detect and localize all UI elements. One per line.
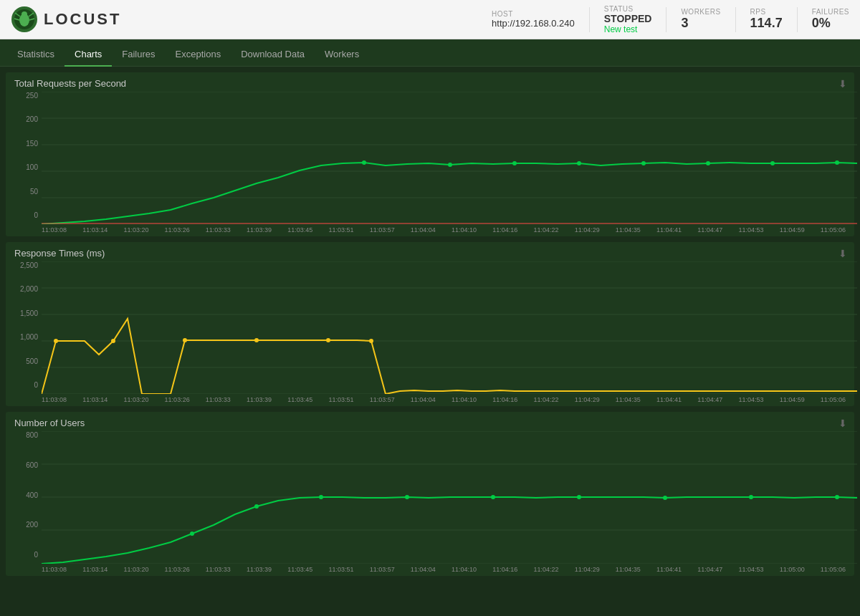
users-chart-plot bbox=[42, 431, 846, 564]
divider-2 bbox=[666, 7, 666, 32]
users-chart-panel: Number of Users ⬇ 800 600 400 200 0 bbox=[6, 412, 854, 576]
host-stat: HOST http://192.168.0.240 bbox=[492, 10, 575, 29]
tab-download-data[interactable]: Download Data bbox=[231, 43, 315, 67]
rps-value: 114.7 bbox=[750, 16, 783, 31]
users-chart-area: 800 600 400 200 0 bbox=[14, 431, 846, 573]
response-chart-panel: Response Times (ms) ⬇ 2,500 2,000 1,500 … bbox=[6, 242, 854, 406]
svg-point-30 bbox=[183, 338, 187, 342]
users-svg bbox=[42, 431, 857, 564]
svg-point-33 bbox=[369, 339, 373, 343]
workers-value: 3 bbox=[681, 16, 688, 31]
rps-stat: RPS 114.7 bbox=[750, 8, 783, 31]
tab-workers[interactable]: Workers bbox=[315, 43, 369, 67]
rps-label: RPS bbox=[750, 8, 766, 16]
svg-point-19 bbox=[706, 161, 710, 165]
svg-point-45 bbox=[663, 496, 667, 500]
header-stats: HOST http://192.168.0.240 STATUS STOPPED… bbox=[492, 5, 849, 34]
workers-stat: WORKERS 3 bbox=[681, 8, 720, 31]
svg-point-28 bbox=[54, 339, 58, 343]
rps-chart-panel: Total Requests per Second ⬇ 250 200 150 … bbox=[6, 72, 854, 236]
divider-1 bbox=[589, 7, 590, 32]
svg-point-31 bbox=[254, 338, 259, 342]
new-test-link[interactable]: New test bbox=[604, 24, 638, 34]
status-stat: STATUS STOPPED New test bbox=[604, 5, 652, 34]
svg-point-42 bbox=[405, 495, 409, 499]
svg-point-18 bbox=[641, 161, 646, 165]
response-download-icon[interactable]: ⬇ bbox=[838, 248, 847, 259]
nav: Statistics Charts Failures Exceptions Do… bbox=[0, 39, 860, 67]
rps-svg bbox=[42, 92, 857, 224]
rps-chart-area: 250 200 150 100 50 0 bbox=[14, 92, 846, 234]
response-x-axis: 11:03:08 11:03:14 11:03:20 11:03:26 11:0… bbox=[42, 394, 846, 403]
svg-point-47 bbox=[835, 495, 839, 499]
failures-stat: FAILURES 0% bbox=[812, 8, 849, 31]
svg-point-44 bbox=[577, 495, 581, 499]
tab-exceptions[interactable]: Exceptions bbox=[166, 43, 231, 67]
svg-point-43 bbox=[491, 495, 495, 499]
response-chart-area: 2,500 2,000 1,500 1,000 500 0 bbox=[14, 261, 846, 403]
svg-point-21 bbox=[835, 160, 839, 165]
failures-label: FAILURES bbox=[812, 8, 849, 16]
svg-point-15 bbox=[448, 163, 452, 167]
users-y-axis: 800 600 400 200 0 bbox=[14, 431, 42, 559]
svg-point-20 bbox=[770, 161, 775, 165]
host-label: HOST bbox=[492, 10, 513, 18]
divider-3 bbox=[735, 7, 736, 32]
header: LOCUST HOST http://192.168.0.240 STATUS … bbox=[0, 0, 860, 39]
tab-failures[interactable]: Failures bbox=[112, 43, 165, 67]
users-x-axis: 11:03:08 11:03:14 11:03:20 11:03:26 11:0… bbox=[42, 564, 846, 573]
rps-y-axis: 250 200 150 100 50 0 bbox=[14, 92, 42, 219]
svg-point-41 bbox=[319, 495, 323, 499]
tab-charts[interactable]: Charts bbox=[64, 43, 112, 67]
response-chart-title: Response Times (ms) bbox=[14, 248, 846, 259]
svg-point-14 bbox=[362, 160, 366, 165]
status-value: STOPPED bbox=[604, 13, 652, 24]
users-download-icon[interactable]: ⬇ bbox=[838, 418, 847, 429]
rps-chart-title: Total Requests per Second bbox=[14, 78, 846, 89]
svg-point-46 bbox=[749, 495, 753, 499]
response-svg bbox=[42, 261, 857, 394]
svg-point-29 bbox=[111, 339, 115, 343]
svg-point-40 bbox=[254, 504, 259, 509]
response-y-axis: 2,500 2,000 1,500 1,000 500 0 bbox=[14, 261, 42, 389]
logo-icon bbox=[11, 6, 38, 33]
host-value: http://192.168.0.240 bbox=[492, 18, 575, 29]
failures-value: 0% bbox=[812, 16, 831, 31]
users-chart-title: Number of Users bbox=[14, 418, 846, 428]
rps-chart-plot bbox=[42, 92, 846, 224]
logo-area: LOCUST bbox=[11, 6, 121, 33]
status-label: STATUS bbox=[604, 5, 634, 13]
svg-point-3 bbox=[22, 11, 27, 17]
divider-4 bbox=[797, 7, 798, 32]
rps-download-icon[interactable]: ⬇ bbox=[838, 78, 847, 90]
workers-label: WORKERS bbox=[681, 8, 720, 16]
svg-point-39 bbox=[190, 531, 194, 536]
svg-point-16 bbox=[512, 161, 517, 165]
response-chart-plot bbox=[42, 261, 846, 394]
tab-statistics[interactable]: Statistics bbox=[7, 43, 64, 67]
svg-point-32 bbox=[326, 338, 330, 342]
rps-x-axis: 11:03:08 11:03:14 11:03:20 11:03:26 11:0… bbox=[42, 224, 846, 234]
logo-text: LOCUST bbox=[44, 10, 121, 29]
svg-point-17 bbox=[577, 161, 581, 165]
